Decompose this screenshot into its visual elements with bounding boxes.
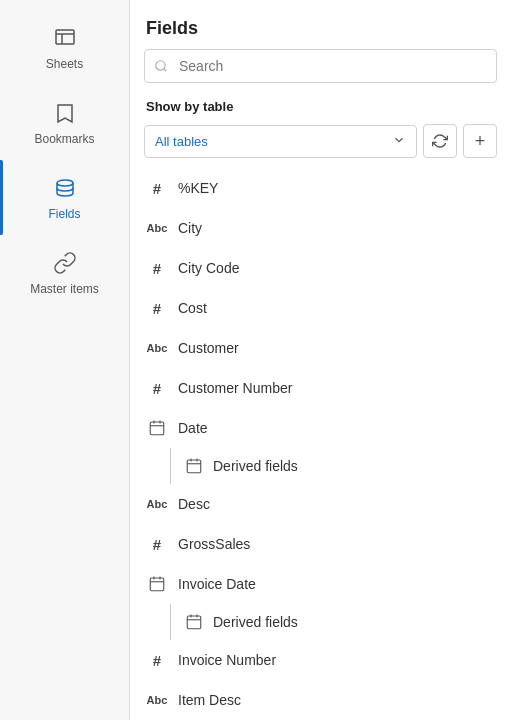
field-item-customer[interactable]: Abc Customer — [130, 328, 511, 368]
add-button[interactable]: + — [463, 124, 497, 158]
abc-icon: Abc — [146, 493, 168, 515]
show-by-table-label: Show by table — [130, 93, 511, 120]
search-icon — [154, 59, 168, 73]
master-items-label: Master items — [30, 282, 99, 296]
abc-icon: Abc — [146, 337, 168, 359]
sidebar-item-sheets[interactable]: Sheets — [0, 10, 129, 85]
sidebar-item-master-items[interactable]: Master items — [0, 235, 129, 310]
field-item-city[interactable]: Abc City — [130, 208, 511, 248]
field-name-invoice-number: Invoice Number — [178, 652, 276, 668]
hash-icon: # — [146, 257, 168, 279]
calendar-icon — [146, 417, 168, 439]
hash-icon: # — [146, 297, 168, 319]
sheets-icon — [51, 24, 79, 52]
search-input[interactable] — [144, 49, 497, 83]
svg-rect-18 — [187, 616, 201, 629]
field-item-date[interactable]: Date — [130, 408, 511, 448]
abc-icon: Abc — [146, 689, 168, 711]
field-group-date: Date Derived fields — [130, 408, 511, 484]
svg-rect-6 — [150, 422, 164, 435]
hash-icon: # — [146, 177, 168, 199]
sidebar-item-bookmarks[interactable]: Bookmarks — [0, 85, 129, 160]
plus-icon: + — [475, 132, 486, 150]
table-controls: All tables + — [130, 120, 511, 168]
hash-icon: # — [146, 649, 168, 671]
sheets-label: Sheets — [46, 57, 83, 71]
main-panel: Fields Show by table All tables — [130, 0, 511, 720]
fields-icon — [51, 174, 79, 202]
calendar-icon — [146, 573, 168, 595]
field-name-gross-sales: GrossSales — [178, 536, 250, 552]
refresh-button[interactable] — [423, 124, 457, 158]
field-name-invoice-date: Invoice Date — [178, 576, 256, 592]
field-name-city-code: City Code — [178, 260, 239, 276]
abc-icon: Abc — [146, 217, 168, 239]
search-container — [144, 49, 497, 83]
sidebar-item-fields[interactable]: Fields — [0, 160, 129, 235]
hash-icon: # — [146, 377, 168, 399]
svg-line-5 — [164, 69, 167, 72]
field-group-invoice-date: Invoice Date Derived fields — [130, 564, 511, 640]
field-name-customer: Customer — [178, 340, 239, 356]
field-item-pctkey[interactable]: # %KEY — [130, 168, 511, 208]
field-name-pctkey: %KEY — [178, 180, 218, 196]
svg-rect-14 — [150, 578, 164, 591]
svg-point-4 — [156, 61, 165, 70]
field-name-city: City — [178, 220, 202, 236]
table-select-value: All tables — [155, 134, 208, 149]
field-item-desc[interactable]: Abc Desc — [130, 484, 511, 524]
field-item-cost[interactable]: # Cost — [130, 288, 511, 328]
calendar-icon — [183, 455, 205, 477]
derived-fields-date-label: Derived fields — [213, 458, 298, 474]
field-item-invoice-number[interactable]: # Invoice Number — [130, 640, 511, 680]
field-item-invoice-date[interactable]: Invoice Date — [130, 564, 511, 604]
field-name-desc: Desc — [178, 496, 210, 512]
table-select[interactable]: All tables — [144, 125, 417, 158]
derived-fields-invoice-date[interactable]: Derived fields — [183, 604, 298, 640]
fields-list: # %KEY Abc City # City Code # Cost Abc C… — [130, 168, 511, 720]
field-item-gross-sales[interactable]: # GrossSales — [130, 524, 511, 564]
bookmarks-label: Bookmarks — [34, 132, 94, 146]
field-item-customer-number[interactable]: # Customer Number — [130, 368, 511, 408]
svg-rect-10 — [187, 460, 201, 473]
hash-icon: # — [146, 533, 168, 555]
svg-point-3 — [57, 180, 73, 186]
sidebar: Sheets Bookmarks Fields Master i — [0, 0, 130, 720]
field-item-item-desc[interactable]: Abc Item Desc — [130, 680, 511, 720]
field-name-item-desc: Item Desc — [178, 692, 241, 708]
bookmarks-icon — [51, 99, 79, 127]
field-item-city-code[interactable]: # City Code — [130, 248, 511, 288]
chevron-down-icon — [392, 133, 406, 150]
calendar-icon — [183, 611, 205, 633]
derived-fields-date[interactable]: Derived fields — [183, 448, 298, 484]
master-items-icon — [51, 249, 79, 277]
panel-title: Fields — [130, 0, 511, 49]
field-name-date: Date — [178, 420, 208, 436]
svg-rect-0 — [56, 30, 74, 44]
field-name-cost: Cost — [178, 300, 207, 316]
derived-fields-invoice-date-label: Derived fields — [213, 614, 298, 630]
fields-label: Fields — [48, 207, 80, 221]
field-name-customer-number: Customer Number — [178, 380, 292, 396]
